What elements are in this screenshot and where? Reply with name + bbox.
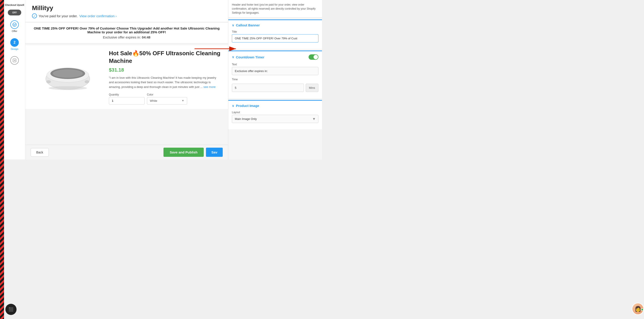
title-field-label: Title xyxy=(232,30,318,33)
product-image-chevron-icon: ∨ xyxy=(232,104,234,108)
exit-icon xyxy=(10,56,19,65)
layout-select-wrapper: Main Image Only Gallery Thumbnail ▼ xyxy=(232,115,318,123)
sidebar-item-offer[interactable]: Offer xyxy=(6,19,23,34)
callout-banner-body: Title xyxy=(228,30,322,49)
countdown-time: 04:48 xyxy=(142,35,150,39)
panel-header-info: Header and footer text (you've paid for … xyxy=(228,0,322,18)
layout-field-label: Layout xyxy=(232,111,318,114)
countdown-timer-title: ∨ Countdown Timer xyxy=(232,55,264,59)
offer-label: Offer xyxy=(12,30,17,33)
countdown-text-group: Text xyxy=(232,63,318,75)
order-row: ✓ You've paid for your order. View order… xyxy=(32,14,222,18)
quantity-input[interactable] xyxy=(109,97,145,105)
product-options: Quantity Color White ▼ xyxy=(109,93,222,105)
countdown-text-label: Text xyxy=(232,63,318,66)
countdown-timer-section: ∨ Countdown Timer Text Time Mins xyxy=(228,51,322,98)
product-section: Hot Sale🔥50% OFF Ultrasonic Cleaning Mac… xyxy=(25,45,228,109)
svg-point-6 xyxy=(48,86,87,90)
callout-banner-text: ONE TIME 25% OFF OFFER! Over 79% of Cust… xyxy=(32,27,222,34)
title-field-group: Title xyxy=(232,30,318,43)
right-panel: Header and footer text (you've paid for … xyxy=(228,0,322,160)
product-image xyxy=(41,61,94,93)
countdown-time-label: Time xyxy=(232,78,318,81)
quantity-wrapper: Quantity xyxy=(109,93,145,105)
order-paid-text: You've paid for your order. xyxy=(39,14,78,18)
color-wrapper: Color White ▼ xyxy=(147,93,187,105)
save-button[interactable]: Sav xyxy=(206,148,223,157)
svg-point-0 xyxy=(13,23,16,27)
product-price: $31.18 xyxy=(109,67,222,73)
countdown-time-group: Time Mins xyxy=(232,78,318,92)
layout-field-group: Layout Main Image Only Gallery Thumbnail… xyxy=(232,111,318,123)
store-name: Millityy xyxy=(32,5,222,12)
product-image-area xyxy=(32,50,104,105)
off-toggle[interactable]: OFF xyxy=(8,10,21,16)
app-title: Checkout Upsell xyxy=(5,4,24,7)
color-dropdown-arrow: ▼ xyxy=(182,99,184,102)
left-sidebar: Checkout Upsell OFF Offer 2 Design xyxy=(4,0,25,160)
bottom-right-actions: Save and Publish Sav xyxy=(164,148,223,157)
callout-banner-title: ∨ Callout Banner xyxy=(232,23,260,27)
design-label: Design xyxy=(11,48,18,50)
time-row: Mins xyxy=(232,84,318,92)
color-value: White xyxy=(150,99,157,103)
product-image-section: ∨ Product Image Layout Main Image Only G… xyxy=(228,100,322,129)
product-image-title: ∨ Product Image xyxy=(232,104,259,108)
callout-banner-preview: ONE TIME 25% OFF OFFER! Over 79% of Cust… xyxy=(25,22,228,43)
store-header: Millityy ✓ You've paid for your order. V… xyxy=(25,0,228,22)
countdown-body: Text Time Mins xyxy=(228,63,322,98)
product-details: Hot Sale🔥50% OFF Ultrasonic Cleaning Mac… xyxy=(109,50,222,105)
product-title: Hot Sale🔥50% OFF Ultrasonic Cleaning Mac… xyxy=(109,50,222,65)
countdown-timer-header[interactable]: ∨ Countdown Timer xyxy=(228,51,322,63)
save-publish-button[interactable]: Save and Publish xyxy=(164,148,204,157)
main-content: Millityy ✓ You've paid for your order. V… xyxy=(25,0,228,160)
countdown-preview-text: Exclusive offer expires in: 04:48 xyxy=(32,35,222,39)
svg-point-8 xyxy=(84,80,89,84)
svg-point-7 xyxy=(46,80,51,84)
callout-chevron-icon: ∨ xyxy=(232,24,234,27)
callout-banner-section: ∨ Callout Banner Title xyxy=(228,20,322,49)
preview-area: Millityy ✓ You've paid for your order. V… xyxy=(25,0,228,145)
sidebar-item-design[interactable]: 2 Design xyxy=(6,37,23,52)
stripe-border xyxy=(0,0,4,160)
product-review: "I am in love with this Ultrasonic Clean… xyxy=(109,76,222,90)
countdown-time-input[interactable] xyxy=(232,84,304,92)
bottom-bar: Back Save and Publish Sav xyxy=(25,145,228,160)
svg-point-5 xyxy=(53,69,83,78)
product-image-body: Layout Main Image Only Gallery Thumbnail… xyxy=(228,111,322,129)
back-button[interactable]: Back xyxy=(31,148,49,157)
see-more-link[interactable]: see more xyxy=(204,85,216,89)
product-image-header[interactable]: ∨ Product Image xyxy=(228,101,322,111)
mins-badge: Mins xyxy=(306,84,318,92)
view-order-link[interactable]: View order confirmation › xyxy=(80,14,116,18)
offer-check-icon xyxy=(10,20,19,29)
quantity-label: Quantity xyxy=(109,93,145,96)
countdown-text-input[interactable] xyxy=(232,67,318,75)
countdown-chevron-icon: ∨ xyxy=(232,55,234,59)
design-number-icon: 2 xyxy=(10,38,19,47)
color-select[interactable]: White ▼ xyxy=(147,97,187,105)
color-label: Color xyxy=(147,93,187,96)
callout-banner-header[interactable]: ∨ Callout Banner xyxy=(228,20,322,30)
sidebar-item-exit[interactable] xyxy=(6,55,23,67)
order-check-icon: ✓ xyxy=(32,14,37,18)
countdown-toggle[interactable] xyxy=(308,54,318,60)
layout-select[interactable]: Main Image Only Gallery Thumbnail xyxy=(232,115,318,123)
callout-title-input[interactable] xyxy=(232,34,318,43)
